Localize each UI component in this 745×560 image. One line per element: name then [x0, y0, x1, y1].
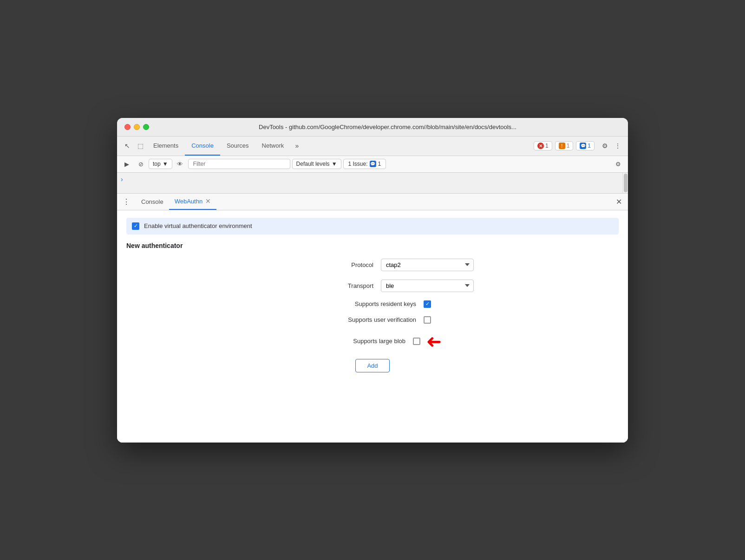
eye-button[interactable]: 👁 — [174, 158, 186, 170]
drawer-close-button[interactable]: ✕ — [613, 196, 624, 207]
chevron-down-icon-2: ▼ — [332, 161, 337, 167]
large-blob-arrow-row: ➜ — [413, 332, 442, 351]
title-bar: DevTools - github.com/GoogleChrome/devel… — [117, 118, 628, 137]
enable-authenticator-row: ✓ Enable virtual authenticator environme… — [126, 218, 619, 234]
user-verification-label: Supports user verification — [314, 316, 416, 323]
drawer-menu-icon[interactable]: ⋮ — [121, 196, 132, 207]
warning-icon: ! — [559, 143, 565, 149]
minimize-button[interactable] — [134, 124, 140, 130]
enable-label: Enable virtual authenticator environment — [144, 222, 252, 229]
protocol-label: Protocol — [271, 261, 373, 268]
info-count: 1 — [588, 143, 591, 149]
tab-network[interactable]: Network — [255, 136, 291, 156]
settings-icon[interactable]: ⚙ — [598, 139, 611, 152]
block-button[interactable]: ⊘ — [135, 158, 147, 170]
console-toolbar: ▶ ⊘ top ▼ 👁 Default levels ▼ 1 Issue: 💬 … — [117, 156, 628, 173]
info-badge[interactable]: 💬 1 — [576, 141, 595, 150]
red-arrow-icon: ➜ — [426, 332, 442, 351]
resident-keys-checkbox[interactable]: ✓ — [424, 300, 431, 308]
scrollbar-track[interactable] — [622, 173, 628, 193]
more-tabs-icon[interactable]: » — [290, 139, 303, 152]
large-blob-checkbox[interactable] — [413, 338, 420, 345]
tab-console[interactable]: Console — [185, 136, 220, 156]
content-main: › — [117, 173, 622, 187]
drawer-tab-bar: ⋮ Console WebAuthn ✕ ✕ — [117, 194, 628, 210]
resident-keys-row: Supports resident keys ✓ — [126, 300, 619, 308]
chat-icon: 💬 — [580, 143, 586, 149]
devtools-tab-bar: ↖ ⬚ Elements Console Sources Network » ✕… — [117, 137, 628, 156]
window-title: DevTools - github.com/GoogleChrome/devel… — [155, 124, 621, 130]
error-icon: ✕ — [537, 143, 544, 149]
error-count: 1 — [545, 143, 549, 149]
transport-row: Transport ble usb nfc internal — [126, 280, 619, 292]
section-title: New authenticator — [126, 242, 619, 249]
drawer-tab-webauthn[interactable]: WebAuthn ✕ — [169, 193, 216, 210]
device-icon[interactable]: ⬚ — [134, 139, 147, 152]
issue-badge[interactable]: 1 Issue: 💬 1 — [343, 159, 386, 169]
filter-input[interactable] — [188, 159, 290, 169]
webauthn-content: ✓ Enable virtual authenticator environme… — [117, 210, 628, 443]
new-authenticator-section: New authenticator Protocol ctap2 u2f Tra… — [126, 242, 619, 372]
drawer-panel: ⋮ Console WebAuthn ✕ ✕ ✓ Enable virtual … — [117, 193, 628, 443]
enable-checkbox[interactable]: ✓ — [132, 222, 139, 230]
error-badge[interactable]: ✕ 1 — [534, 141, 552, 150]
warning-count: 1 — [567, 143, 570, 149]
chevron-down-icon: ▼ — [163, 161, 168, 167]
large-blob-label: Supports large blob — [303, 338, 405, 345]
drawer-tab-close[interactable]: ✕ — [205, 197, 211, 205]
tab-sources[interactable]: Sources — [220, 136, 255, 156]
close-button[interactable] — [124, 124, 131, 130]
protocol-select[interactable]: ctap2 u2f — [381, 259, 474, 271]
issue-count: 1 — [378, 161, 381, 167]
warning-badge[interactable]: ! 1 — [555, 141, 574, 150]
content-area: › — [117, 173, 628, 193]
traffic-lights — [124, 124, 149, 130]
default-levels-label: Default levels — [296, 161, 330, 167]
transport-label: Transport — [271, 282, 373, 289]
user-verification-row: Supports user verification — [126, 316, 619, 324]
issue-chat-icon: 💬 — [370, 161, 376, 167]
user-verification-checkbox[interactable] — [424, 316, 431, 324]
cursor-icon[interactable]: ↖ — [121, 139, 134, 152]
add-button[interactable]: Add — [355, 359, 389, 372]
top-dropdown[interactable]: top ▼ — [149, 159, 172, 169]
toolbar-settings-icon[interactable]: ⚙ — [612, 158, 624, 170]
scrollbar-thumb[interactable] — [624, 174, 627, 192]
add-button-container: Add — [126, 359, 619, 372]
resident-keys-label: Supports resident keys — [314, 300, 416, 307]
protocol-row: Protocol ctap2 u2f — [126, 259, 619, 271]
blue-marker: › — [121, 176, 123, 183]
issue-label: 1 Issue: — [348, 161, 368, 167]
tab-elements[interactable]: Elements — [147, 136, 185, 156]
badge-group: ✕ 1 ! 1 💬 1 — [534, 141, 595, 150]
more-options-icon[interactable]: ⋮ — [611, 139, 624, 152]
top-label: top — [153, 161, 161, 167]
drawer-tab-console[interactable]: Console — [136, 193, 169, 210]
large-blob-row: Supports large blob ➜ — [126, 332, 619, 351]
play-button[interactable]: ▶ — [121, 158, 133, 170]
transport-select[interactable]: ble usb nfc internal — [381, 280, 474, 292]
default-levels-dropdown[interactable]: Default levels ▼ — [292, 159, 341, 169]
devtools-window: DevTools - github.com/GoogleChrome/devel… — [117, 118, 628, 443]
maximize-button[interactable] — [143, 124, 149, 130]
